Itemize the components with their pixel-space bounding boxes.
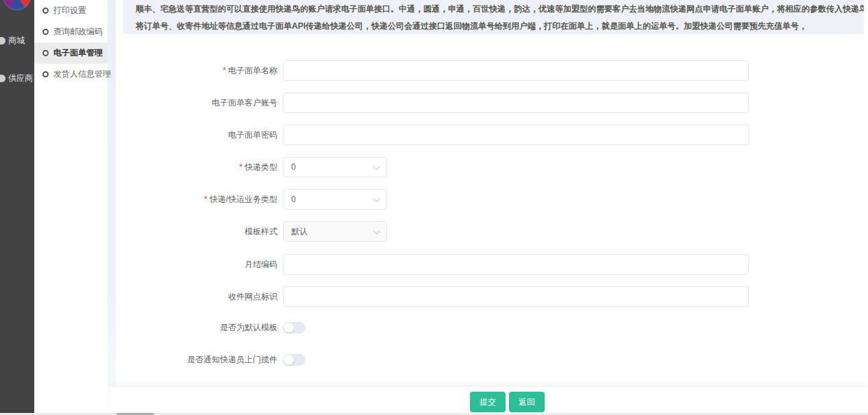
shop-icon [0,37,5,45]
submit-button[interactable]: 提交 [470,392,506,412]
menu-item-postcode-query[interactable]: 查询邮政编码 [34,21,108,42]
secondary-menu: 打印设置 查询邮政编码 电子面单管理 发货人信息管理 [34,0,108,415]
field-label: 月结编码 [108,254,277,275]
sidebar-item-label: 商城 [8,35,25,47]
footer-action-bar: 提交 返回 [110,387,868,413]
business-type-select[interactable]: 0 [283,189,387,210]
express-type-select[interactable]: 0 [283,157,387,177]
notice-line-1: 顺丰、宅急送等直营型的可以直接使用快递鸟的账户请求电子面单接口。中通，圆通，申通… [136,1,852,18]
chevron-down-icon [373,228,380,234]
sidebar-item-supplier[interactable]: 供应商 [0,71,34,85]
menu-item-label: 发货人信息管理 [53,68,111,80]
main-content: 顺丰、宅急送等直营型的可以直接使用快递鸟的账户请求电子面单接口。中通，圆通，申通… [108,0,868,415]
supplier-icon [0,75,5,82]
field-label: 是否通知快递员上门揽件 [108,349,277,370]
waybill-password-input[interactable] [283,125,749,145]
monthly-code-input[interactable] [283,254,749,275]
radio-circle-icon [42,29,49,35]
waybill-name-input[interactable] [283,60,749,81]
default-template-toggle[interactable] [283,322,306,334]
app-logo-icon[interactable] [3,0,31,10]
select-value: 0 [291,158,296,177]
primary-sidebar: 商城 供应商 [0,0,34,415]
menu-item-label: 电子面单管理 [53,47,103,59]
toggle-knob [284,323,294,333]
pickup-site-id-input[interactable] [283,286,749,307]
notice-line-2: 将订单号、收寄件地址等信息通过电子面单API传递给快递公司，快递公司会通过接口返… [136,18,852,34]
field-label: 快递类型 [108,157,277,177]
radio-circle-icon [42,71,49,77]
field-label: 收件网点标识 [108,286,277,307]
sidebar-item-label: 供应商 [8,73,33,84]
info-notice-box: 顺丰、宅急送等直营型的可以直接使用快递鸟的账户请求电子面单接口。中通，圆通，申通… [123,0,864,34]
back-button[interactable]: 返回 [509,392,545,412]
customer-account-input[interactable] [283,92,749,113]
page: 商城 供应商 打印设置 查询邮政编码 电子面单管理 发货人信息管理 顺丰、宅急送… [0,0,868,415]
select-value: 默认 [291,222,308,241]
radio-circle-icon [42,8,49,14]
field-label: 模板样式 [108,221,277,242]
sidebar-item-mall[interactable]: 商城 [0,34,34,47]
panel-gutter [108,0,116,387]
menu-item-sender-info-management[interactable]: 发货人信息管理 [34,64,108,85]
toggle-knob [284,355,294,365]
field-label: 电子面单密码 [108,125,277,145]
field-label: 快递/快运业务类型 [108,189,277,210]
field-label: 电子面单客户账号 [108,92,277,113]
menu-item-ewaybill-management[interactable]: 电子面单管理 [34,42,108,64]
select-value: 0 [291,190,296,209]
menu-item-print-settings[interactable]: 打印设置 [34,0,108,21]
field-label: 电子面单名称 [108,60,277,81]
field-label: 是否为默认模板 [108,317,277,338]
chevron-down-icon [373,196,380,202]
template-style-select[interactable]: 默认 [283,221,387,242]
radio-circle-icon [42,50,49,56]
chevron-down-icon [373,164,380,170]
menu-item-label: 打印设置 [53,5,86,16]
menu-item-label: 查询邮政编码 [53,26,103,38]
notify-courier-toggle[interactable] [283,354,306,366]
